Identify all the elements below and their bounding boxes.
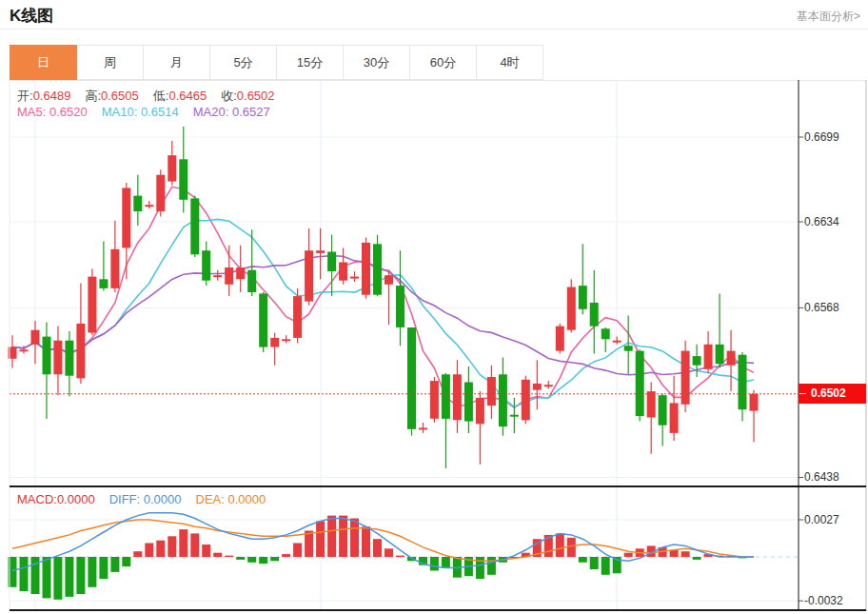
- candle-body: [681, 351, 690, 405]
- diff-value: 0.0000: [144, 492, 182, 506]
- candle-body: [305, 250, 313, 301]
- ma-readout: MA5: 0.6520 MA10: 0.6514 MA20: 0.6527: [17, 105, 285, 119]
- ma10-value: 0.6514: [141, 105, 179, 119]
- candle-body: [213, 275, 222, 277]
- candle-body: [99, 279, 108, 288]
- candle-body: [727, 351, 736, 366]
- candle-body: [464, 383, 473, 422]
- macd-bar: [236, 557, 245, 560]
- candle-body: [179, 159, 187, 200]
- macd-bar: [76, 557, 85, 594]
- candle-body: [362, 243, 370, 295]
- candle-body: [282, 339, 290, 341]
- macd-bar: [225, 556, 233, 557]
- candle-body: [327, 252, 336, 272]
- candle-body: [110, 249, 119, 288]
- macd-bar: [624, 553, 633, 557]
- candle-body: [407, 327, 416, 429]
- candle-body: [293, 296, 302, 338]
- macd-bar: [110, 557, 119, 572]
- candle-body: [339, 263, 347, 281]
- macd-bar: [20, 557, 29, 591]
- macd-bar: [270, 557, 279, 561]
- candle-body: [76, 324, 85, 379]
- candle-body: [373, 244, 382, 294]
- candle-body: [476, 398, 484, 424]
- macd-bar: [247, 557, 256, 563]
- macd-bar: [133, 551, 142, 557]
- candle-body: [487, 377, 496, 406]
- macd-bar: [396, 556, 404, 557]
- price-tick-1: 0.6699: [804, 130, 839, 144]
- candle-body: [316, 250, 325, 253]
- candle-body: [270, 338, 279, 347]
- macd-bar: [282, 554, 290, 557]
- candle-body: [453, 374, 462, 420]
- candle-body: [442, 374, 450, 419]
- candle-body: [567, 287, 576, 330]
- macd-bar: [430, 557, 439, 571]
- macd-bar: [156, 541, 165, 557]
- candle-body: [419, 427, 427, 429]
- macd-bar: [65, 557, 73, 597]
- macd-bar: [305, 531, 313, 558]
- candle-body: [385, 275, 393, 285]
- low-value: 0.6465: [168, 89, 207, 103]
- candle-body: [20, 349, 29, 351]
- price-tick-2: 0.6634: [804, 215, 839, 228]
- current-price-badge: 0.6502: [799, 384, 866, 404]
- candle-body: [31, 330, 40, 345]
- macd-bar: [590, 557, 599, 569]
- macd-bar: [99, 557, 108, 579]
- macd-bar: [487, 557, 496, 575]
- candle-body: [590, 303, 599, 327]
- candle-body: [88, 277, 96, 333]
- ma10-label: MA10:: [102, 105, 138, 119]
- macd-bar: [339, 516, 347, 557]
- candle-body: [544, 385, 553, 386]
- macd-bar: [293, 544, 302, 558]
- macd-bar: [259, 557, 267, 564]
- candle-body: [739, 355, 747, 410]
- macd-bar: [362, 526, 370, 557]
- close-value: 0.6502: [237, 89, 275, 103]
- macd-readout: MACD:0.0000 DIFF: 0.0000 DEA: 0.0000: [17, 492, 280, 506]
- candle-body: [247, 270, 256, 292]
- macd-bar: [168, 536, 176, 557]
- candle-body: [522, 380, 530, 421]
- ma5-label: MA5:: [17, 105, 46, 119]
- macd-value: 0.0000: [57, 492, 95, 506]
- candle-body: [225, 267, 233, 285]
- macd-bar: [145, 544, 153, 558]
- candle-body: [350, 277, 359, 279]
- candle-body: [579, 286, 587, 309]
- candle-body: [510, 415, 519, 417]
- macd-bar: [373, 539, 382, 557]
- macd-bar: [202, 545, 210, 557]
- macd-bar: [88, 557, 96, 587]
- dea-label: DEA:: [196, 492, 225, 506]
- candle-body: [43, 337, 51, 375]
- macd-bar: [350, 519, 359, 558]
- low-label: 低:: [153, 88, 169, 105]
- candle-body: [750, 394, 759, 411]
- price-tick-3: 0.6568: [804, 301, 839, 314]
- macd-bar: [556, 533, 564, 557]
- price-tick-4: 0.6438: [804, 470, 839, 484]
- macd-bar: [122, 557, 130, 566]
- candle-body: [647, 391, 656, 417]
- macd-bar: [579, 557, 587, 563]
- candle-body: [168, 155, 176, 181]
- macd-tick-2: -0.0032: [804, 594, 843, 607]
- candle-body: [156, 175, 165, 211]
- candle-body: [202, 250, 210, 281]
- kline-chart[interactable]: 开:0.6489 高:0.6505 低:0.6465 收:0.6502 MA5:…: [0, 0, 868, 614]
- candle-body: [636, 351, 644, 417]
- candle-body: [613, 341, 621, 343]
- candle-body: [533, 384, 542, 390]
- open-label: 开:: [17, 88, 33, 105]
- macd-bar: [43, 557, 51, 598]
- candle-body: [624, 346, 633, 351]
- candle-body: [145, 205, 153, 207]
- macd-bar: [213, 553, 222, 557]
